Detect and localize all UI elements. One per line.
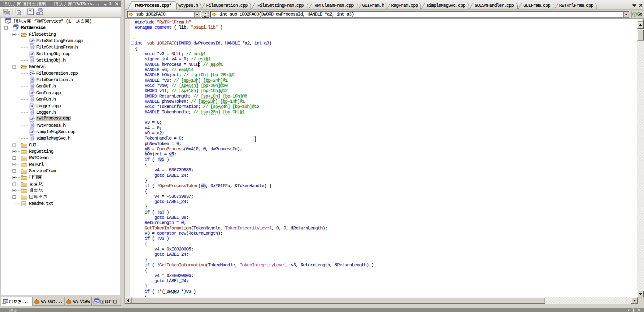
svg-text:h: h [31,78,33,82]
svg-text:h: h [31,136,33,141]
svg-text:h: h [31,124,33,128]
svg-text:C: C [30,91,32,94]
svg-text:h: h [31,85,33,89]
svg-text:h: h [31,111,33,115]
svg-text:h: h [31,45,33,50]
svg-text:h: h [31,98,33,102]
svg-text:h: h [31,58,33,63]
svg-text:C: C [30,52,32,55]
svg-text:C: C [30,117,32,121]
svg-text:C: C [30,130,32,133]
svg-text:C: C [30,72,32,75]
svg-text:C: C [30,104,32,108]
svg-text:C: C [30,39,32,43]
